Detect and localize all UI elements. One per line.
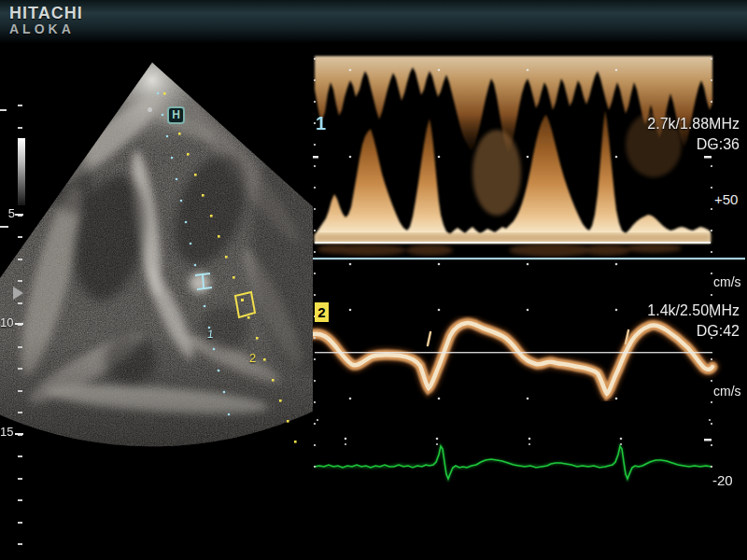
doppler-panels bbox=[313, 42, 747, 518]
panel2-unit: cm/s bbox=[713, 384, 741, 399]
panel2-badge: 2 bbox=[315, 302, 329, 322]
panel1-prf-freq: 2.7k/1.88MHz bbox=[560, 116, 740, 133]
grayscale-bar bbox=[18, 138, 25, 205]
sector-fan bbox=[0, 42, 313, 518]
depth-label-5: 5 bbox=[2, 206, 15, 220]
tgc-marker bbox=[0, 109, 7, 111]
panel1-unit: cm/s bbox=[713, 274, 741, 289]
panel2-gain: DG:42 bbox=[560, 323, 740, 340]
orientation-marker: H bbox=[167, 106, 185, 124]
probe-apex-marker bbox=[148, 107, 152, 112]
depth-tick-15 bbox=[15, 433, 23, 435]
panel2-prf-freq: 1.4k/2.50MHz bbox=[560, 302, 740, 319]
panel1-scale-top: +50 bbox=[714, 191, 738, 207]
panel-divider bbox=[313, 258, 745, 259]
gate2-label: 2 bbox=[249, 351, 256, 365]
depth-label-10: 10 bbox=[0, 315, 13, 329]
depth-label-15: 15 bbox=[0, 425, 13, 439]
tgc-marker bbox=[0, 226, 8, 228]
panel2-scale-bottom: -20 bbox=[712, 472, 733, 488]
brand-aloka: ALOKA bbox=[9, 21, 75, 36]
panel1-badge: 1 bbox=[316, 113, 326, 134]
bmode-sector-display bbox=[0, 42, 313, 518]
brand-hitachi: HITACHI bbox=[9, 4, 83, 23]
depth-tick-10 bbox=[15, 323, 23, 325]
depth-tick-5 bbox=[15, 214, 23, 216]
doppler1-baseline bbox=[315, 242, 711, 244]
focus-marker-icon[interactable] bbox=[13, 287, 23, 300]
panel1-gain: DG:36 bbox=[560, 136, 740, 153]
title-bar: HITACHI ALOKA bbox=[0, 0, 747, 43]
doppler2-baseline bbox=[315, 352, 712, 353]
